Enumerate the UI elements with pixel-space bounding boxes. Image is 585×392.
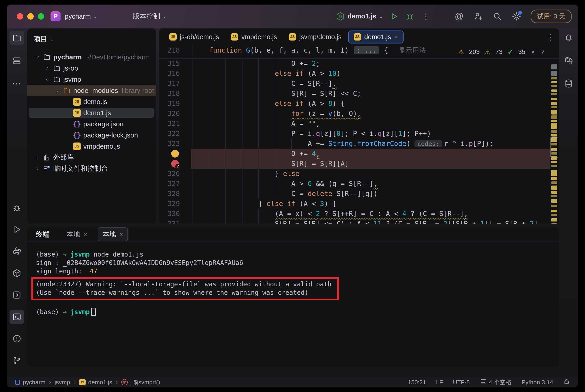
analysis-mark[interactable] bbox=[551, 182, 557, 184]
analysis-mark[interactable] bbox=[551, 110, 557, 114]
analysis-mark[interactable] bbox=[551, 214, 557, 216]
editor-tab-js-ob/demo.js[interactable]: JSjs-ob/demo.js bbox=[164, 31, 224, 43]
analysis-mark[interactable] bbox=[551, 218, 557, 222]
services-tool-icon[interactable] bbox=[10, 288, 24, 302]
status-interpreter[interactable]: Python 3.14 bbox=[522, 379, 553, 386]
debug-button[interactable] bbox=[405, 12, 415, 22]
search-icon[interactable] bbox=[492, 12, 502, 22]
analysis-mark[interactable] bbox=[551, 134, 557, 136]
tree-item-package.json[interactable]: {}package.json bbox=[27, 118, 156, 130]
line-number[interactable]: 317 bbox=[159, 78, 180, 88]
line-number[interactable]: 326 bbox=[159, 169, 180, 179]
git-branch-icon[interactable] bbox=[10, 353, 24, 368]
packages-tool-icon[interactable] bbox=[10, 266, 24, 280]
run-button[interactable] bbox=[389, 12, 399, 22]
analysis-mark[interactable] bbox=[551, 90, 557, 92]
analysis-mark[interactable] bbox=[551, 64, 557, 70]
run-tool-icon[interactable] bbox=[10, 222, 24, 237]
chevron-down-icon[interactable] bbox=[33, 55, 42, 60]
line-number[interactable]: 329 bbox=[159, 199, 180, 209]
tree-item-node_modules[interactable]: node_moduleslibrary root bbox=[27, 85, 156, 96]
analysis-mark[interactable] bbox=[551, 106, 557, 108]
ai-chat-tool-icon[interactable] bbox=[561, 54, 576, 68]
analysis-mark[interactable] bbox=[551, 120, 557, 122]
breadcrumb-_$jsvmprt()[interactable]: m_$jsvmprt() bbox=[121, 379, 160, 386]
tree-item-pycharm[interactable]: pycharm~/DevHome/pycharm bbox=[27, 52, 156, 62]
analysis-mark[interactable] bbox=[551, 93, 557, 95]
analysis-mark[interactable] bbox=[551, 71, 557, 76]
editor-tab-vmpdemo.js[interactable]: JSvmpdemo.js bbox=[226, 31, 282, 43]
more-run-options-icon[interactable]: ⋮ bbox=[421, 12, 431, 22]
ai-assistant-icon[interactable]: @ bbox=[454, 12, 464, 22]
status-caret-position[interactable]: 150:21 bbox=[408, 379, 426, 386]
analysis-mark[interactable] bbox=[551, 199, 557, 203]
close-tab-icon[interactable]: × bbox=[395, 34, 398, 40]
project-panel-header[interactable]: 项目 ⌄ bbox=[27, 28, 156, 48]
breadcrumb-demo1.js[interactable]: JSdemo1.js bbox=[79, 379, 112, 386]
code-editor[interactable]: 315O += 2;316else if (A > 10)317C = S[R-… bbox=[159, 58, 559, 224]
main-menu-pycharm[interactable]: pycharm ⌄ bbox=[65, 12, 97, 20]
zoom-window-button[interactable] bbox=[38, 13, 44, 20]
more-tool-windows-icon[interactable]: ⋯ bbox=[10, 76, 24, 91]
tree-item-临时文件和控制台[interactable]: 临时文件和控制台 bbox=[27, 163, 156, 174]
tab-options-icon[interactable]: ⋮ bbox=[546, 32, 554, 42]
analysis-mark[interactable] bbox=[551, 161, 557, 163]
terminal-tool-icon[interactable] bbox=[10, 310, 24, 324]
line-number[interactable]: 320 bbox=[159, 108, 180, 118]
analysis-mark[interactable] bbox=[551, 191, 557, 194]
analysis-mark[interactable] bbox=[551, 77, 557, 80]
analysis-mark[interactable] bbox=[551, 116, 557, 119]
analysis-mark[interactable] bbox=[551, 186, 557, 190]
tree-item-外部库[interactable]: 外部库 bbox=[27, 152, 156, 163]
analysis-mark[interactable] bbox=[551, 81, 557, 83]
project-tool-icon[interactable] bbox=[10, 31, 24, 45]
inspections-widget[interactable]: ⚠ 203 ⚠ 73 ✓ 35 ∧ ∨ bbox=[458, 45, 544, 58]
main-menu-vcs[interactable]: 版本控制 ⌄ bbox=[133, 12, 166, 21]
analysis-mark[interactable] bbox=[551, 102, 557, 105]
python-console-icon[interactable] bbox=[10, 244, 24, 258]
analysis-mark[interactable] bbox=[551, 205, 557, 207]
line-number[interactable]: 331 bbox=[159, 219, 180, 224]
editor-tab-jsvmp/demo.js[interactable]: JSjsvmp/demo.js bbox=[284, 31, 346, 43]
line-number[interactable]: 318 bbox=[159, 88, 180, 98]
chevron-down-icon[interactable] bbox=[43, 77, 52, 82]
line-number[interactable]: 218 bbox=[159, 45, 180, 55]
status-indent[interactable]: 4 个空格 bbox=[480, 378, 512, 386]
terminal-output[interactable]: (base) → jsvmp node demo1.jssign : _02B4… bbox=[27, 242, 559, 367]
tree-item-js-ob[interactable]: js-ob bbox=[27, 62, 156, 74]
tree-item-package-lock.json[interactable]: {}package-lock.json bbox=[27, 130, 156, 141]
trial-badge[interactable]: 试用: 3 天 bbox=[530, 10, 572, 23]
tree-item-demo.js[interactable]: JSdemo.js bbox=[27, 96, 156, 107]
tree-item-demo1.js[interactable]: JSdemo1.js bbox=[27, 107, 156, 118]
database-tool-icon[interactable] bbox=[561, 76, 576, 91]
analysis-mark[interactable] bbox=[551, 123, 557, 129]
folded-region[interactable]: : ... bbox=[354, 46, 379, 54]
status-lock[interactable] bbox=[563, 378, 570, 386]
status-line-ending[interactable]: LF bbox=[436, 379, 443, 386]
close-window-button[interactable] bbox=[17, 13, 23, 20]
run-configuration-selector[interactable]: JS demo1.js ⌄ bbox=[336, 12, 383, 21]
close-icon[interactable]: × bbox=[84, 231, 87, 238]
chevron-right-icon[interactable] bbox=[33, 155, 42, 160]
line-number[interactable]: 323 bbox=[159, 139, 180, 149]
breadcrumb-pycharm[interactable]: pycharm bbox=[15, 379, 46, 386]
terminal-tab-2[interactable]: 本地× bbox=[98, 228, 128, 241]
chevron-right-icon[interactable] bbox=[33, 166, 42, 171]
line-number[interactable]: 316 bbox=[159, 68, 180, 78]
analysis-mark[interactable] bbox=[551, 170, 557, 176]
analysis-mark[interactable] bbox=[551, 195, 557, 197]
chevron-right-icon[interactable] bbox=[43, 66, 52, 71]
scrollbar-thumb[interactable] bbox=[550, 136, 558, 158]
line-number[interactable]: 328 bbox=[159, 189, 180, 199]
close-icon[interactable]: × bbox=[120, 231, 123, 238]
analysis-mark[interactable] bbox=[551, 165, 557, 167]
add-user-icon[interactable] bbox=[473, 12, 483, 22]
breadcrumb-jsvmp[interactable]: jsvmp bbox=[55, 379, 70, 386]
breakpoint-invalid-icon[interactable]: ? bbox=[171, 160, 179, 168]
tree-item-vmpdemo.js[interactable]: JSvmpdemo.js bbox=[27, 141, 156, 152]
terminal-tab-1[interactable]: 本地× bbox=[62, 228, 92, 240]
status-encoding[interactable]: UTF-8 bbox=[453, 379, 470, 386]
line-number[interactable]: 321 bbox=[159, 118, 180, 128]
tree-item-jsvmp[interactable]: jsvmp bbox=[27, 74, 156, 85]
prev-problem-icon[interactable]: ∧ bbox=[531, 49, 535, 55]
